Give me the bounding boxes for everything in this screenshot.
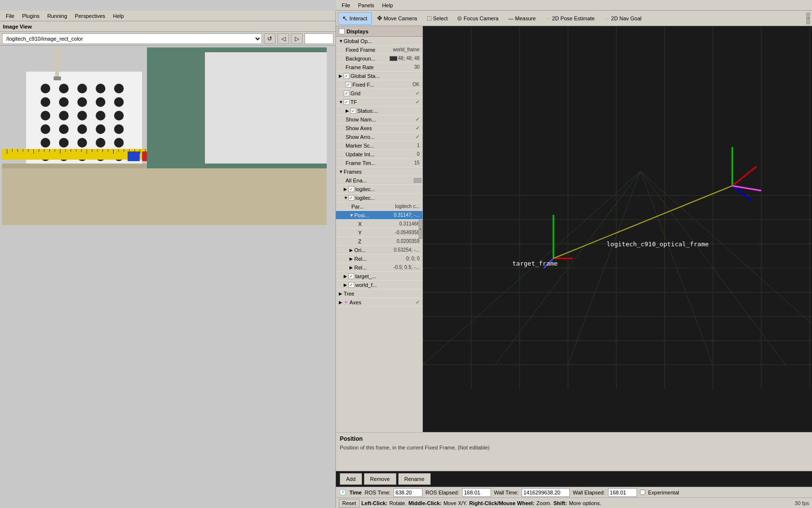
- displays-title: Displays: [347, 29, 368, 34]
- 2d-pose-estimate-tool-button[interactable]: → 2D Pose Estimate: [541, 12, 599, 25]
- menu-running[interactable]: Running: [44, 12, 71, 20]
- tree-row-grid[interactable]: ✓ Grid ✓: [336, 89, 422, 98]
- tree-row-pos-x[interactable]: X 0.311466: [336, 220, 422, 228]
- tree-row-posi[interactable]: ▼ Posi... 0.31147; -...: [336, 211, 422, 220]
- zoom-minus-button[interactable]: ◁: [277, 33, 289, 44]
- tree-row-global-sta[interactable]: ▶ ✓ Global Sta...: [336, 72, 422, 80]
- interact-tool-button[interactable]: ↖ Interact: [338, 12, 372, 25]
- tree-row-frame-tim[interactable]: Frame Tim... 15: [336, 159, 422, 167]
- wall-elapsed-input[interactable]: [608, 488, 637, 497]
- zoom-plus-button[interactable]: ▷: [291, 33, 303, 44]
- tree-row-logitech2[interactable]: ▼ ✓ logitec...: [336, 194, 422, 202]
- tree-row-pos-y[interactable]: Y -0.0549358: [336, 228, 422, 237]
- expand-arrow-target-f[interactable]: ▶: [344, 274, 348, 279]
- wall-time-input[interactable]: [522, 488, 570, 497]
- toolbar-expand-handle[interactable]: ›: [806, 13, 810, 24]
- measure-tool-button[interactable]: — Measure: [504, 12, 540, 25]
- tree-row-logitech1[interactable]: ▶ ✓ logitec...: [336, 185, 422, 194]
- ros-elapsed-label: ROS Elapsed:: [425, 490, 459, 495]
- expand-arrow-logitech2[interactable]: ▼: [344, 195, 348, 200]
- tree-row-global-op[interactable]: ▼ Global Op...: [336, 37, 422, 45]
- global-sta-check[interactable]: ✓: [344, 73, 349, 79]
- tree-row-marker-sc[interactable]: Marker Sc... 1: [336, 141, 422, 150]
- tree-row-rel2[interactable]: ▶ Rel... -0.5; 0.5; -...: [336, 263, 422, 272]
- tree-row-background[interactable]: Backgroun... 48; 48; 48: [336, 54, 422, 63]
- expand-arrow-logitech1[interactable]: ▶: [344, 187, 348, 192]
- expand-arrow-tree[interactable]: ▶: [339, 291, 344, 296]
- displays-header: Displays: [336, 26, 422, 37]
- displays-checkbox[interactable]: [339, 29, 345, 34]
- tree-row-status[interactable]: ▶ ✓ Status:...: [336, 106, 422, 115]
- tree-row-all-ena[interactable]: All Ena...: [336, 176, 422, 185]
- expand-arrow-rel2[interactable]: ▶: [349, 265, 354, 270]
- focus-camera-tool-button[interactable]: ◎ Focus Camera: [453, 12, 503, 25]
- viewport-3d[interactable]: logitech_c910_optical_frame target_frame…: [423, 26, 812, 432]
- rviz-menu-file[interactable]: File: [338, 1, 354, 9]
- grid-check[interactable]: ✓: [344, 90, 349, 96]
- background-color-swatch[interactable]: [390, 56, 397, 61]
- status-check[interactable]: ✓: [350, 108, 356, 114]
- tree-row-fixed-frame[interactable]: Fixed Frame world_frame: [336, 45, 422, 54]
- posi-label: Posi...: [354, 212, 394, 218]
- expand-arrow-frames[interactable]: ▼: [339, 169, 344, 174]
- menu-plugins[interactable]: Plugins: [18, 12, 44, 20]
- rviz-menu-panels[interactable]: Panels: [354, 1, 378, 9]
- tree-row-rel1[interactable]: ▶ Rel... 0; 0; 0: [336, 254, 422, 263]
- select-tool-button[interactable]: ⬚ Select: [422, 12, 452, 25]
- displays-collapse-handle[interactable]: ‹: [419, 220, 422, 239]
- experimental-checkbox[interactable]: [640, 490, 645, 495]
- move-camera-tool-button[interactable]: ✥ Move Camera: [373, 12, 421, 25]
- expand-arrow-ori[interactable]: ▶: [349, 248, 354, 253]
- expand-arrow[interactable]: ▼: [339, 39, 344, 44]
- tree-row-show-nam[interactable]: Show Nam... ✓: [336, 115, 422, 124]
- tree-row-tree[interactable]: ▶ Tree: [336, 289, 422, 298]
- tree-row-world-f[interactable]: ▶ ✓ world_f...: [336, 281, 422, 289]
- 2d-nav-goal-tool-button[interactable]: → 2D Nav Goal: [600, 12, 646, 25]
- tree-row-frame-rate[interactable]: Frame Rate 30: [336, 63, 422, 72]
- logitech1-check[interactable]: ✓: [348, 186, 354, 192]
- expand-arrow-status[interactable]: ▶: [346, 108, 350, 113]
- all-ena-gray-check: [414, 178, 421, 183]
- axes-check: ✓: [416, 299, 421, 305]
- rename-button[interactable]: Rename: [398, 473, 431, 485]
- expand-arrow-world-f[interactable]: ▶: [344, 283, 348, 287]
- menu-help[interactable]: Help: [109, 12, 128, 20]
- status-label: Status:...: [357, 108, 421, 114]
- tree-row-ori[interactable]: ▶ Ori... 0.53254; -...: [336, 246, 422, 254]
- ros-time-input[interactable]: [393, 488, 422, 497]
- remove-button[interactable]: Remove: [364, 473, 396, 485]
- fixed-f-check[interactable]: ✓: [346, 82, 351, 88]
- zoom-input[interactable]: 10.00m: [304, 33, 334, 44]
- tf-check[interactable]: ✓: [344, 99, 349, 105]
- tree-row-par[interactable]: Par... logitech c...: [336, 202, 422, 211]
- tree-row-axes[interactable]: ▶ ✦ Axes ✓: [336, 298, 422, 307]
- rviz-menu-help[interactable]: Help: [378, 1, 397, 9]
- tree-row-update-int[interactable]: Update Int... 0: [336, 150, 422, 159]
- reset-button[interactable]: Reset: [339, 499, 360, 508]
- tree-row-pos-z[interactable]: Z 0.0200359: [336, 237, 422, 246]
- add-button[interactable]: Add: [340, 473, 362, 485]
- expand-arrow-posi[interactable]: ▼: [349, 213, 354, 218]
- expand-arrow-tf[interactable]: ▼: [339, 100, 344, 105]
- menu-file[interactable]: File: [2, 12, 18, 20]
- expand-arrow-rel1[interactable]: ▶: [349, 256, 354, 261]
- tree-row-fixed-f[interactable]: ✓ Fixed F... OK: [336, 80, 422, 89]
- ros-elapsed-input[interactable]: [462, 488, 491, 497]
- world-f-check[interactable]: ✓: [348, 282, 354, 288]
- tree-row-frames[interactable]: ▼ Frames: [336, 167, 422, 176]
- expand-arrow-global-sta[interactable]: ▶: [339, 74, 344, 78]
- displays-tree: ▼ Global Op... Fixed Frame world_frame B…: [336, 37, 422, 432]
- topic-dropdown[interactable]: /logitech_c910/image_rect_color: [2, 33, 262, 44]
- logitech2-check[interactable]: ✓: [348, 195, 354, 201]
- tree-row-show-axes[interactable]: Show Axes ✓: [336, 124, 422, 133]
- all-ena-label: All Ena...: [346, 178, 414, 183]
- tree-row-target-f[interactable]: ▶ ✓ target_...: [336, 272, 422, 281]
- image-view-title-bar: Image View: [0, 21, 335, 32]
- target-f-check[interactable]: ✓: [348, 273, 354, 279]
- menu-perspectives[interactable]: Perspectives: [71, 12, 109, 20]
- tree-row-tf[interactable]: ▼ ✓ TF ✓: [336, 98, 422, 106]
- shift-label: Shift:: [553, 500, 567, 506]
- refresh-button[interactable]: ↺: [264, 33, 276, 44]
- expand-arrow-axes[interactable]: ▶: [339, 300, 344, 305]
- tree-row-show-arro[interactable]: Show Arro... ✓: [336, 133, 422, 141]
